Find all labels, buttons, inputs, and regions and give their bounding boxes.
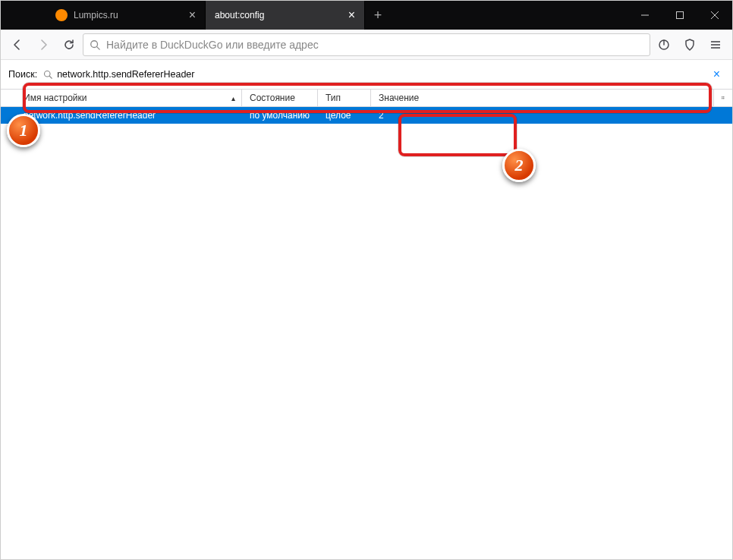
window-controls [628,1,732,30]
reload-button[interactable] [57,33,81,57]
svg-rect-1 [677,12,684,19]
reader-button[interactable] [652,33,676,57]
table-row[interactable]: network.http.sendRefererHeader по умолча… [1,107,732,124]
tab-lumpics[interactable]: Lumpics.ru × [46,1,206,30]
close-icon[interactable]: × [189,9,196,21]
close-window-button[interactable] [697,1,732,30]
browser-window: Lumpics.ru × about:config × + [0,0,733,560]
config-table-body: network.http.sendRefererHeader по умолча… [1,107,732,559]
tabstrip: Lumpics.ru × about:config × + [1,1,628,30]
config-table-header: Имя настройки Состояние Тип Значение [1,89,732,107]
search-icon [90,39,100,50]
svg-rect-15 [723,98,724,99]
column-value[interactable]: Значение [371,90,714,106]
svg-rect-14 [722,98,722,99]
search-value: network.http.sendRefererHeader [57,69,194,80]
cell-type: целое [318,110,371,121]
cell-value: 2 [371,110,732,121]
forward-button[interactable] [31,33,55,57]
svg-rect-13 [723,96,724,97]
shield-button[interactable] [678,33,702,57]
nav-toolbar: Найдите в DuckDuckGo или введите адрес [1,30,732,60]
column-value-label: Значение [379,93,419,103]
tab-title: about:config [215,10,342,20]
column-picker[interactable] [714,90,732,106]
close-icon[interactable]: × [348,9,355,21]
menu-button[interactable] [703,33,728,57]
column-state-label: Состояние [250,93,295,103]
cell-state: по умолчанию [242,110,318,121]
tab-favicon [55,9,68,21]
maximize-button[interactable] [662,1,697,30]
url-bar[interactable]: Найдите в DuckDuckGo или введите адрес [83,33,650,56]
url-placeholder: Найдите в DuckDuckGo или введите адрес [106,39,643,51]
column-state[interactable]: Состояние [242,90,318,106]
column-name-label: Имя настройки [24,93,87,103]
svg-line-5 [97,46,100,49]
new-tab-button[interactable]: + [365,1,391,30]
column-name[interactable]: Имя настройки [1,90,242,106]
search-label: Поиск: [8,69,37,80]
column-type-label: Тип [326,93,341,103]
config-search-input[interactable]: network.http.sendRefererHeader [43,69,703,80]
back-button[interactable] [5,33,30,57]
svg-line-11 [49,76,52,78]
search-icon [43,70,52,79]
tab-title: Lumpics.ru [74,10,183,20]
column-type[interactable]: Тип [318,90,371,106]
clear-search-icon[interactable]: × [709,68,725,81]
svg-rect-12 [722,96,722,97]
titlebar: Lumpics.ru × about:config × + [1,1,732,30]
config-search-bar: Поиск: network.http.sendRefererHeader × [1,60,732,89]
minimize-button[interactable] [628,1,662,30]
tab-about-config[interactable]: about:config × [206,1,365,30]
cell-name: network.http.sendRefererHeader [1,110,242,121]
